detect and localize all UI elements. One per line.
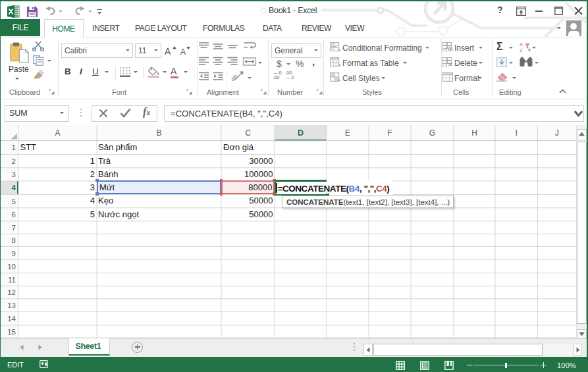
svg-text:Z: Z <box>520 47 523 53</box>
